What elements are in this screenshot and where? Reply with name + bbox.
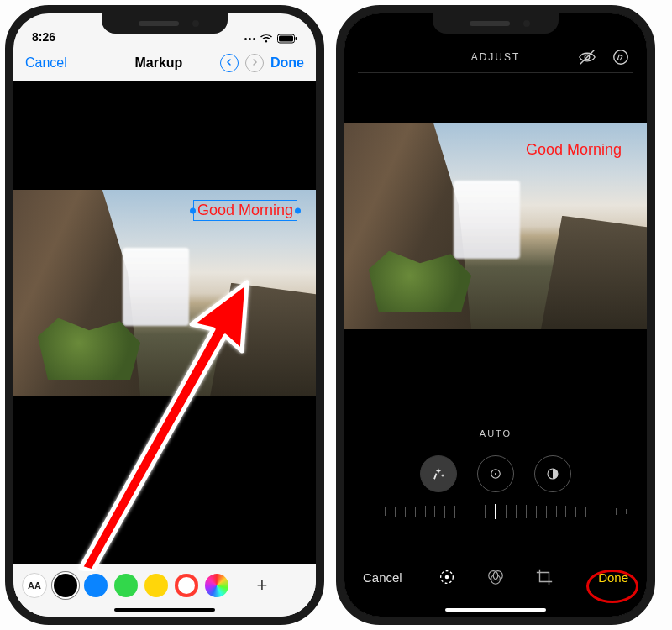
redo-button <box>245 54 264 72</box>
text-overlay: Good Morning <box>526 141 622 159</box>
notch <box>102 13 228 34</box>
phone-frame-left: 8:26 Cancel Markup Done <box>5 5 324 625</box>
home-indicator[interactable] <box>445 608 546 612</box>
resize-handle-left[interactable] <box>190 207 196 213</box>
text-style-button[interactable]: AA <box>22 573 47 598</box>
markup-icon[interactable] <box>612 48 630 66</box>
svg-line-4 <box>580 50 595 65</box>
svg-point-5 <box>614 50 628 65</box>
svg-rect-2 <box>296 37 297 40</box>
cancel-button[interactable]: Cancel <box>25 55 67 71</box>
color-black[interactable] <box>54 574 77 597</box>
add-label: + <box>257 575 268 596</box>
header-divider <box>358 72 633 73</box>
edit-bottom-bar: Cancel Done <box>344 556 647 598</box>
done-button[interactable]: Done <box>598 570 628 585</box>
auto-label: AUTO <box>344 428 647 438</box>
color-red[interactable] <box>175 574 198 597</box>
svg-rect-1 <box>279 36 293 42</box>
adjustment-dial-row <box>344 455 647 492</box>
home-indicator[interactable] <box>114 608 215 612</box>
add-button[interactable]: + <box>249 573 275 598</box>
cancel-button[interactable]: Cancel <box>363 570 402 585</box>
color-yellow[interactable] <box>144 574 168 597</box>
dial-auto[interactable] <box>420 455 457 492</box>
status-right <box>244 34 297 44</box>
divider <box>239 575 239 596</box>
text-overlay-selected[interactable]: Good Morning <box>193 200 297 221</box>
dial-brilliance[interactable] <box>534 455 571 492</box>
phone-frame-right: ADJUST Good Morning AUTO <box>336 5 655 625</box>
resize-handle-right[interactable] <box>295 207 301 213</box>
undo-button[interactable] <box>220 54 239 72</box>
text-overlay-label: Good Morning <box>197 202 293 218</box>
notch <box>433 13 559 34</box>
adjust-canvas[interactable]: Good Morning <box>344 123 647 329</box>
wifi-icon <box>260 34 273 44</box>
color-blue[interactable] <box>84 574 108 597</box>
more-icon <box>244 38 255 40</box>
color-picker[interactable] <box>205 574 228 597</box>
adjust-screen: ADJUST Good Morning AUTO <box>344 13 647 617</box>
svg-point-7 <box>495 473 496 475</box>
adjustment-slider[interactable] <box>365 502 627 521</box>
adjust-title: ADJUST <box>471 51 521 63</box>
dial-exposure[interactable] <box>477 455 514 492</box>
mode-adjust-icon[interactable] <box>438 568 456 586</box>
done-button[interactable]: Done <box>270 55 304 71</box>
markup-screen: 8:26 Cancel Markup Done <box>13 13 316 617</box>
text-style-label: AA <box>28 580 41 591</box>
markup-nav: Cancel Markup Done <box>13 45 316 81</box>
mode-filters-icon[interactable] <box>486 568 505 586</box>
battery-icon <box>277 34 297 44</box>
compare-icon[interactable] <box>578 48 596 66</box>
adjust-header: ADJUST <box>344 42 647 72</box>
color-green[interactable] <box>114 574 138 597</box>
markup-canvas[interactable]: Good Morning <box>13 81 316 564</box>
mode-crop-icon[interactable] <box>535 568 554 586</box>
page-title: Markup <box>74 55 213 71</box>
svg-point-10 <box>445 575 449 580</box>
